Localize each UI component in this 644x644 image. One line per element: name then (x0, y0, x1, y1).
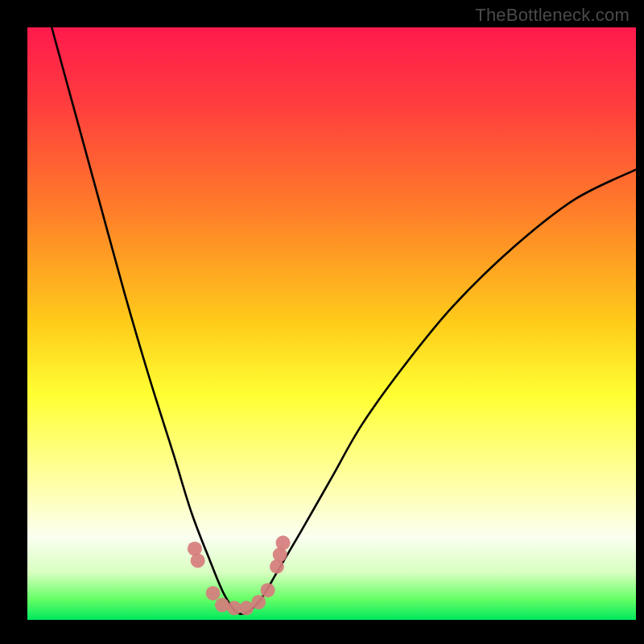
confidence-marker (251, 595, 266, 609)
plot-area (27, 27, 636, 620)
watermark-text: TheBottleneck.com (475, 5, 630, 26)
confidence-marker (191, 553, 205, 568)
chart-svg (0, 0, 644, 644)
confidence-marker (276, 535, 291, 550)
gradient-background (27, 27, 636, 620)
confidence-marker (261, 583, 275, 597)
confidence-marker (206, 586, 221, 601)
confidence-marker (215, 598, 229, 613)
chart-frame: TheBottleneck.com (0, 0, 644, 644)
